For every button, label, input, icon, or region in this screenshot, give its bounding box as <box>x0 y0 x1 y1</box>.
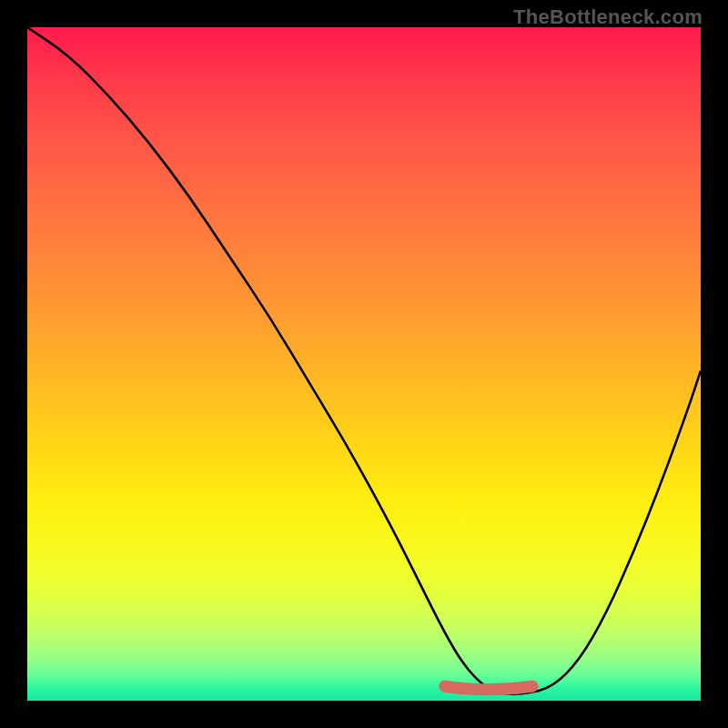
chart-frame: TheBottleneck.com <box>0 0 728 728</box>
watermark-text: TheBottleneck.com <box>513 5 703 29</box>
bottleneck-curve-path <box>27 27 701 694</box>
plot-area <box>27 27 701 701</box>
curve-svg <box>27 27 701 701</box>
minimum-marker <box>445 686 532 690</box>
